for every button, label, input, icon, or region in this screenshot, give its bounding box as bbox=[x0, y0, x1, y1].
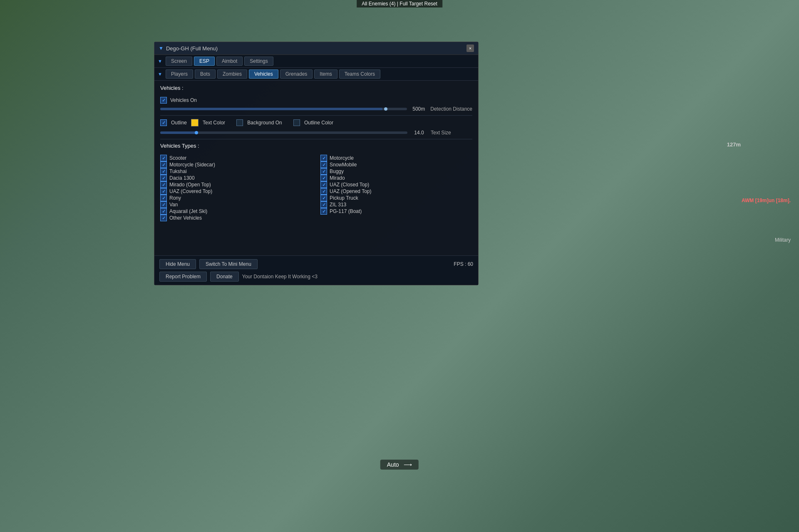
vehicle-uaz-closed-label: UAZ (Closed Top) bbox=[330, 182, 369, 188]
detection-slider-thumb bbox=[384, 107, 387, 111]
vehicle-aquarail-checkbox[interactable] bbox=[160, 208, 167, 215]
vehicle-types-title: Vehicles Types : bbox=[160, 143, 472, 151]
vehicles-on-row: Vehicles On bbox=[160, 97, 472, 104]
vehicle-van-checkbox[interactable] bbox=[160, 201, 167, 208]
detection-slider-track[interactable] bbox=[160, 108, 407, 110]
tab-vehicles[interactable]: Vehicles bbox=[249, 69, 278, 79]
hud-distance: 127m bbox=[727, 141, 741, 148]
outline-options-row: Outline Text Color Background On Outline… bbox=[160, 119, 472, 126]
text-size-row: 14.0 Text Size bbox=[160, 130, 472, 136]
tab-items[interactable]: Items bbox=[314, 69, 337, 79]
vehicle-pg117-label: PG-117 (Boat) bbox=[330, 208, 362, 214]
vehicle-uaz-opened-label: UAZ (Opened Top) bbox=[330, 188, 372, 194]
vehicle-dacia1300-label: Dacia 1300 bbox=[169, 175, 195, 181]
vehicle-snowmobile-checkbox[interactable] bbox=[320, 161, 327, 168]
hud-top-label: All Enemies (4) | Full Target Reset bbox=[362, 1, 437, 7]
menu-panel: ▼ Dego-GH (Full Menu) × ▼ Screen ESP Aim… bbox=[154, 42, 479, 285]
vehicle-tukshai: Tukshai bbox=[160, 168, 312, 175]
vehicle-scooter-label: Scooter bbox=[169, 155, 186, 161]
section-title: Vehicles : bbox=[160, 85, 472, 93]
footer-row-2: Report Problem Donate Your Dontaion Keep… bbox=[159, 272, 473, 282]
vehicles-right-col: Motorcycle SnowMobile Buggy Mirado UAZ (… bbox=[320, 155, 472, 221]
vehicle-pickup-label: Pickup Truck bbox=[330, 195, 358, 201]
tab-grenades[interactable]: Grenades bbox=[280, 69, 313, 79]
vehicle-pg117: PG-117 (Boat) bbox=[320, 208, 472, 215]
menu-footer: Hide Menu Switch To Mini Menu FPS : 60 R… bbox=[154, 255, 478, 285]
vehicle-pickup: Pickup Truck bbox=[320, 195, 472, 201]
vehicle-motorcycle-sidecar-label: Motorcycle (Sidecar) bbox=[169, 162, 215, 168]
text-size-slider-thumb bbox=[195, 131, 198, 134]
switch-mini-menu-button[interactable]: Switch To Mini Menu bbox=[199, 259, 258, 269]
esp-tabs-arrow: ▼ bbox=[158, 72, 162, 77]
vehicles-left-col: Scooter Motorcycle (Sidecar) Tukshai Dac… bbox=[160, 155, 312, 221]
text-size-slider-label: Text Size bbox=[431, 130, 472, 136]
tab-zombies[interactable]: Zombies bbox=[217, 69, 247, 79]
tab-teams-colors[interactable]: Teams Colors bbox=[339, 69, 380, 79]
vehicle-tukshai-checkbox[interactable] bbox=[160, 168, 167, 175]
vehicle-other-checkbox[interactable] bbox=[160, 215, 167, 221]
background-on-label: Background On bbox=[247, 120, 282, 126]
menu-title: Dego-GH (Full Menu) bbox=[166, 45, 218, 52]
outline-label: Outline bbox=[171, 120, 187, 126]
vehicle-scooter-checkbox[interactable] bbox=[160, 155, 167, 161]
menu-title-area: ▼ Dego-GH (Full Menu) bbox=[159, 45, 218, 52]
footer-buttons-left: Hide Menu Switch To Mini Menu bbox=[159, 259, 258, 269]
vehicles-on-checkbox[interactable] bbox=[160, 97, 167, 104]
vehicle-mirado-label: Mirado bbox=[330, 175, 345, 181]
vehicle-mirado-open: Mirado (Open Top) bbox=[160, 181, 312, 188]
vehicle-uaz-covered-label: UAZ (Covered Top) bbox=[169, 188, 212, 194]
background-on-checkbox[interactable] bbox=[236, 119, 243, 126]
hide-menu-button[interactable]: Hide Menu bbox=[159, 259, 196, 269]
vehicle-motorcycle: Motorcycle bbox=[320, 155, 472, 161]
detection-slider-label: Detection Distance bbox=[430, 106, 472, 112]
vehicle-motorcycle-sidecar-checkbox[interactable] bbox=[160, 161, 167, 168]
vehicle-mirado-checkbox[interactable] bbox=[320, 175, 327, 181]
outline-color-label: Outline Color bbox=[304, 120, 333, 126]
outline-color-swatch[interactable] bbox=[191, 119, 199, 126]
outline-checkbox[interactable] bbox=[160, 119, 167, 126]
vehicle-buggy-label: Buggy bbox=[330, 168, 344, 174]
tab-esp[interactable]: ESP bbox=[194, 57, 215, 66]
tab-bots[interactable]: Bots bbox=[195, 69, 216, 79]
close-button[interactable]: × bbox=[466, 45, 474, 52]
vehicle-buggy: Buggy bbox=[320, 168, 472, 175]
vehicle-zil313-checkbox[interactable] bbox=[320, 201, 327, 208]
vehicle-scooter: Scooter bbox=[160, 155, 312, 161]
vehicle-uaz-covered-checkbox[interactable] bbox=[160, 188, 167, 195]
vehicle-van-label: Van bbox=[169, 202, 178, 208]
vehicle-uaz-opened: UAZ (Opened Top) bbox=[320, 188, 472, 195]
hud-weapon: AWM [19m]un [18m]. bbox=[742, 198, 791, 203]
vehicles-grid: Scooter Motorcycle (Sidecar) Tukshai Dac… bbox=[160, 155, 472, 221]
detection-distance-row: 500m Detection Distance bbox=[160, 106, 472, 112]
donate-button[interactable]: Donate bbox=[210, 272, 239, 282]
tab-screen[interactable]: Screen bbox=[166, 57, 192, 66]
vehicle-zil313: ZIL 313 bbox=[320, 201, 472, 208]
vehicle-uaz-closed: UAZ (Closed Top) bbox=[320, 181, 472, 188]
vehicle-dacia1300-checkbox[interactable] bbox=[160, 175, 167, 181]
vehicle-uaz-opened-checkbox[interactable] bbox=[320, 188, 327, 195]
vehicle-mirado-open-checkbox[interactable] bbox=[160, 181, 167, 188]
title-arrow-icon: ▼ bbox=[159, 45, 164, 51]
vehicle-rony-label: Rony bbox=[169, 195, 181, 201]
tab-settings[interactable]: Settings bbox=[244, 57, 273, 66]
text-size-slider-track[interactable] bbox=[160, 131, 407, 134]
main-tabs-row: ▼ Screen ESP Aimbot Settings bbox=[154, 55, 478, 68]
report-problem-button[interactable]: Report Problem bbox=[159, 272, 207, 282]
vehicle-motorcycle-sidecar: Motorcycle (Sidecar) bbox=[160, 161, 312, 168]
vehicle-motorcycle-checkbox[interactable] bbox=[320, 155, 327, 161]
footer-row-1: Hide Menu Switch To Mini Menu FPS : 60 bbox=[159, 259, 473, 269]
vehicle-pg117-checkbox[interactable] bbox=[320, 208, 327, 215]
vehicle-uaz-closed-checkbox[interactable] bbox=[320, 181, 327, 188]
vehicle-pickup-checkbox[interactable] bbox=[320, 195, 327, 201]
vehicle-rony-checkbox[interactable] bbox=[160, 195, 167, 201]
outline-color-checkbox[interactable] bbox=[293, 119, 300, 126]
text-color-label: Text Color bbox=[203, 120, 225, 126]
vehicle-buggy-checkbox[interactable] bbox=[320, 168, 327, 175]
menu-titlebar: ▼ Dego-GH (Full Menu) × bbox=[154, 42, 478, 55]
tab-players[interactable]: Players bbox=[166, 69, 193, 79]
tab-aimbot[interactable]: Aimbot bbox=[216, 57, 243, 66]
vehicle-snowmobile-label: SnowMobile bbox=[330, 162, 357, 168]
vehicle-aquarail: Aquarail (Jet Ski) bbox=[160, 208, 312, 215]
vehicle-motorcycle-label: Motorcycle bbox=[330, 155, 354, 161]
detection-slider-fill bbox=[160, 108, 382, 110]
